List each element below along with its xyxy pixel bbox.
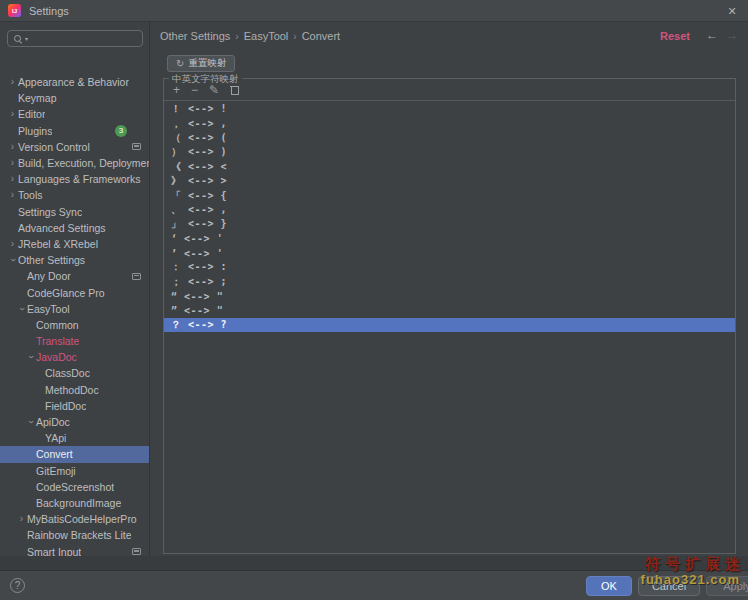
sidebar-item-codeglance-pro[interactable]: CodeGlance Pro — [0, 284, 149, 300]
mapping-row[interactable]: ’ <--> ' — [164, 246, 735, 260]
sidebar-item-plugins[interactable]: Plugins3 — [0, 123, 149, 139]
sidebar-item-tools[interactable]: ›Tools — [0, 187, 149, 203]
sidebar-item-appearance-behavior[interactable]: ›Appearance & Behavior — [0, 74, 149, 90]
chevron-right-icon[interactable]: › — [7, 174, 18, 184]
sidebar-item-label: Any Door — [27, 270, 71, 282]
close-icon[interactable]: ✕ — [724, 3, 740, 19]
breadcrumb-part-other-settings[interactable]: Other Settings — [160, 30, 230, 42]
add-icon[interactable]: + — [173, 84, 180, 96]
sidebar-item-settings-sync[interactable]: Settings Sync — [0, 204, 149, 220]
sidebar-item-label: YApi — [45, 432, 66, 444]
mapping-row[interactable]: ， <--> , — [164, 116, 735, 130]
mapping-row[interactable]: ： <--> : — [164, 260, 735, 274]
chevron-down-icon[interactable]: › — [17, 303, 27, 314]
project-level-icon — [132, 143, 141, 150]
sidebar-item-rainbow-brackets-lite[interactable]: Rainbow Brackets Lite — [0, 527, 149, 543]
mapping-row[interactable]: ） <--> ) — [164, 145, 735, 159]
group-title: 中英文字符映射 — [169, 73, 242, 84]
sidebar-item-other-settings[interactable]: ›Other Settings — [0, 252, 149, 268]
sidebar-item-label: Plugins — [18, 125, 52, 137]
chevron-right-icon[interactable]: › — [7, 142, 18, 152]
chevron-right-icon[interactable]: › — [7, 158, 18, 168]
chevron-down-icon[interactable]: › — [8, 255, 18, 266]
sidebar-item-methoddoc[interactable]: MethodDoc — [0, 382, 149, 398]
footer-bar: ? OK Cancel Apply — [0, 570, 748, 600]
sidebar-item-common[interactable]: Common — [0, 317, 149, 333]
chevron-right-icon[interactable]: › — [16, 514, 27, 524]
sidebar-item-label: Common — [36, 319, 79, 331]
apply-button[interactable]: Apply — [706, 576, 748, 596]
sidebar-item-classdoc[interactable]: ClassDoc — [0, 365, 149, 381]
sidebar-item-apidoc[interactable]: ›ApiDoc — [0, 414, 149, 430]
mapping-row[interactable]: 、 <--> , — [164, 203, 735, 217]
sidebar-item-build-execution-deployment[interactable]: ›Build, Execution, Deployment — [0, 155, 149, 171]
sidebar-item-label: ApiDoc — [36, 416, 70, 428]
sidebar-item-label: Other Settings — [18, 254, 85, 266]
mapping-row[interactable]: ； <--> ; — [164, 275, 735, 289]
sidebar-item-label: EasyTool — [27, 303, 70, 315]
back-arrow-icon[interactable]: ← — [706, 28, 718, 42]
cancel-button[interactable]: Cancel — [638, 576, 700, 596]
settings-sidebar: ▾ ›Appearance & BehaviorKeymap›EditorPlu… — [0, 22, 150, 556]
sidebar-item-gitemoji[interactable]: GitEmoji — [0, 463, 149, 479]
sidebar-item-label: Tools — [18, 189, 43, 201]
chevron-down-icon[interactable]: › — [26, 352, 36, 363]
app-icon: IJ — [8, 4, 21, 17]
breadcrumb-part-convert[interactable]: Convert — [302, 30, 341, 42]
sidebar-item-label: FieldDoc — [45, 400, 86, 412]
sidebar-item-fielddoc[interactable]: FieldDoc — [0, 398, 149, 414]
sidebar-item-label: Smart Input — [27, 546, 81, 556]
mapping-row[interactable]: ” <--> " — [164, 303, 735, 317]
edit-icon[interactable]: ✎ — [209, 84, 219, 96]
sidebar-item-label: CodeGlance Pro — [27, 287, 105, 299]
mapping-row[interactable]: 」 <--> } — [164, 217, 735, 231]
sidebar-item-backgroundimage[interactable]: BackgroundImage — [0, 495, 149, 511]
sidebar-item-smart-input[interactable]: Smart Input — [0, 543, 149, 556]
refresh-icon: ↻ — [176, 59, 184, 69]
plugins-update-badge: 3 — [115, 125, 127, 137]
breadcrumb-separator-icon: › — [293, 31, 296, 42]
mapping-row[interactable]: ！ <--> ! — [164, 102, 735, 116]
mapping-row[interactable]: （ <--> ( — [164, 131, 735, 145]
sidebar-item-jrebel-xrebel[interactable]: ›JRebel & XRebel — [0, 236, 149, 252]
sidebar-item-javadoc[interactable]: ›JavaDoc — [0, 349, 149, 365]
mapping-row[interactable]: “ <--> " — [164, 289, 735, 303]
chevron-right-icon[interactable]: › — [7, 77, 18, 87]
mapping-list: ！ <--> !， <--> ,（ <--> (） <--> )《 <--> <… — [164, 102, 735, 553]
mapping-row[interactable]: 》 <--> > — [164, 174, 735, 188]
sidebar-item-keymap[interactable]: Keymap — [0, 90, 149, 106]
search-input[interactable]: ▾ — [7, 30, 143, 47]
sidebar-item-label: Settings Sync — [18, 206, 82, 218]
sidebar-item-label: Appearance & Behavior — [18, 76, 129, 88]
breadcrumb-part-easytool[interactable]: EasyTool — [244, 30, 289, 42]
ok-button[interactable]: OK — [586, 576, 632, 596]
chevron-right-icon[interactable]: › — [7, 109, 18, 119]
sidebar-item-mybatiscodehelperpro[interactable]: ›MyBatisCodeHelperPro — [0, 511, 149, 527]
sidebar-item-version-control[interactable]: ›Version Control — [0, 139, 149, 155]
sidebar-item-label: Translate — [36, 335, 79, 347]
search-caret-icon: ▾ — [25, 36, 28, 42]
trash-icon[interactable] — [230, 84, 239, 95]
reset-mapping-button[interactable]: ↻ 重置映射 — [167, 55, 235, 72]
sidebar-item-editor[interactable]: ›Editor — [0, 106, 149, 122]
help-icon[interactable]: ? — [10, 578, 25, 593]
chevron-right-icon[interactable]: › — [7, 239, 18, 249]
sidebar-item-easytool[interactable]: ›EasyTool — [0, 301, 149, 317]
mapping-row[interactable]: 「 <--> { — [164, 188, 735, 202]
chevron-right-icon[interactable]: › — [7, 190, 18, 200]
mapping-row[interactable]: ‘ <--> ' — [164, 232, 735, 246]
remove-icon[interactable]: − — [191, 84, 198, 96]
sidebar-item-any-door[interactable]: Any Door — [0, 268, 149, 284]
sidebar-item-convert[interactable]: Convert — [0, 446, 149, 462]
sidebar-item-codescreenshot[interactable]: CodeScreenshot — [0, 479, 149, 495]
forward-arrow-icon: → — [726, 28, 738, 42]
mapping-row[interactable]: ？ <--> ? — [164, 318, 735, 332]
sidebar-item-translate[interactable]: Translate — [0, 333, 149, 349]
sidebar-item-label: Keymap — [18, 92, 57, 104]
sidebar-item-languages-frameworks[interactable]: ›Languages & Frameworks — [0, 171, 149, 187]
reset-link[interactable]: Reset — [660, 30, 690, 42]
sidebar-item-advanced-settings[interactable]: Advanced Settings — [0, 220, 149, 236]
sidebar-item-yapi[interactable]: YApi — [0, 430, 149, 446]
chevron-down-icon[interactable]: › — [26, 417, 36, 428]
mapping-row[interactable]: 《 <--> < — [164, 160, 735, 174]
